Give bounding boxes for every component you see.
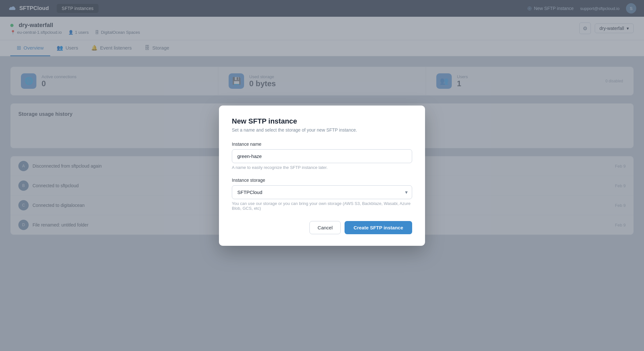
modal-actions: Cancel Create SFTP instance: [232, 221, 412, 234]
modal: New SFTP instance Set a name and select …: [219, 106, 425, 246]
modal-subtitle: Set a name and select the storage of you…: [232, 127, 412, 133]
instance-name-label: Instance name: [232, 142, 412, 147]
create-sftp-instance-button[interactable]: Create SFTP instance: [345, 221, 412, 234]
instance-storage-wrapper: SFTPCloud AWS S3 Backblaze Wasabi Azure …: [232, 185, 412, 199]
storage-hint: You can use our storage or you can bring…: [232, 201, 412, 211]
modal-overlay: New SFTP instance Set a name and select …: [0, 0, 644, 351]
instance-name-hint: A name to easily recognize the SFTP inst…: [232, 165, 412, 170]
instance-storage-label: Instance storage: [232, 178, 412, 183]
instance-name-input[interactable]: [232, 149, 412, 163]
instance-storage-select[interactable]: SFTPCloud AWS S3 Backblaze Wasabi Azure …: [232, 185, 412, 199]
modal-title: New SFTP instance: [232, 117, 412, 125]
cancel-button[interactable]: Cancel: [309, 221, 341, 234]
